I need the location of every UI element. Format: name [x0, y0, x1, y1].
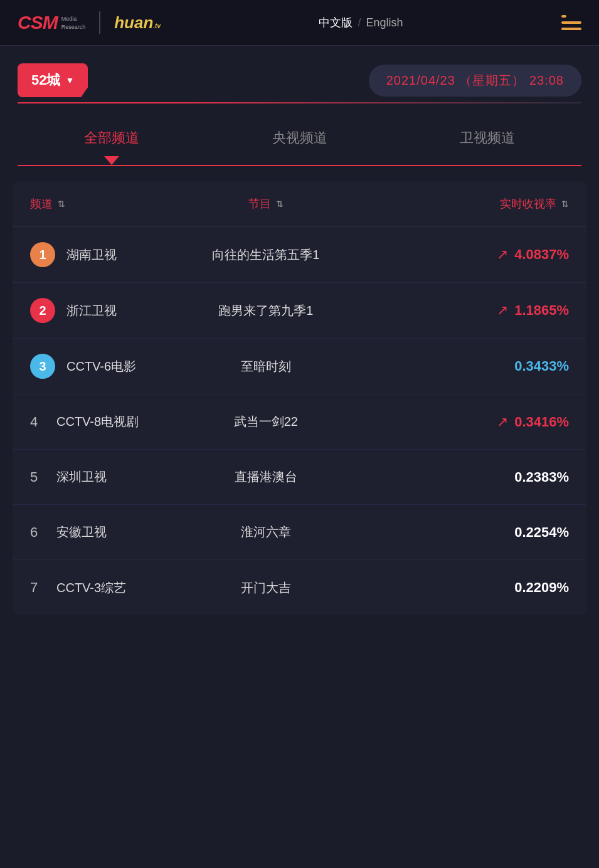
ratings-table: 频道 ⇅ 节目 ⇅ 实时收视率 ⇅ 1 湖南卫视 向往的生活第五季1 ↗ 4.0…: [13, 181, 586, 615]
menu-line-3: [561, 28, 581, 30]
channel-name-2: 浙江卫视: [66, 302, 117, 319]
lang-chinese[interactable]: 中文版: [319, 15, 353, 30]
rating-value-7: 0.2209%: [514, 580, 569, 596]
rank-cell-1: 1 湖南卫视: [30, 242, 165, 267]
rating-value-4: 0.3416%: [514, 414, 569, 430]
header-logos: CSM Media Research huan.tv: [18, 11, 161, 34]
language-switcher: 中文版 / English: [319, 15, 403, 30]
rating-cell-4: ↗ 0.3416%: [367, 414, 569, 430]
program-name-5: 直播港澳台: [165, 468, 367, 485]
table-row: 4 CCTV-8电视剧 武当一剑22 ↗ 0.3416%: [13, 394, 586, 450]
header-divider: [18, 102, 581, 103]
huan-logo: huan.tv: [114, 13, 161, 33]
rank-cell-7: 7 CCTV-3综艺: [30, 580, 165, 596]
menu-icon[interactable]: [561, 15, 581, 30]
trend-icon-4: ↗: [497, 414, 508, 430]
channel-name-6: 安徽卫视: [56, 524, 107, 541]
trend-icon-2: ↗: [497, 302, 508, 319]
rating-value-5: 0.2383%: [514, 469, 569, 485]
program-name-7: 开门大吉: [165, 580, 367, 596]
lang-english[interactable]: English: [366, 16, 403, 29]
program-name-4: 武当一剑22: [165, 413, 367, 430]
city-label: 52城: [31, 71, 60, 90]
program-name-2: 跑男来了第九季1: [165, 302, 367, 319]
col-program-sort-icon[interactable]: ⇅: [276, 199, 284, 209]
csm-text: CSM: [18, 12, 58, 33]
rank-badge-2: 2: [30, 298, 55, 323]
rank-cell-5: 5 深圳卫视: [30, 468, 165, 485]
col-program-label: 节目: [248, 196, 271, 211]
tab-cctv-channels[interactable]: 央视频道: [206, 116, 394, 160]
rank-num-5: 5: [30, 469, 45, 485]
csm-subtitle: Media Research: [61, 14, 86, 31]
rating-cell-6: 0.2254%: [367, 524, 569, 541]
logo-divider: [99, 11, 100, 34]
col-rating-label: 实时收视率: [500, 196, 556, 211]
rating-value-2: 1.1865%: [514, 302, 569, 319]
city-dropdown-arrow: ▼: [65, 75, 74, 85]
col-header-rating[interactable]: 实时收视率 ⇅: [367, 196, 569, 211]
col-header-program[interactable]: 节目 ⇅: [165, 196, 367, 211]
rating-cell-1: ↗ 4.0837%: [367, 246, 569, 263]
channel-name-5: 深圳卫视: [56, 468, 107, 485]
col-rating-sort-icon[interactable]: ⇅: [561, 199, 569, 209]
menu-line-1: [561, 15, 566, 18]
date-display: 2021/04/23 （星期五） 23:08: [369, 65, 581, 97]
table-row: 6 安徽卫视 淮河六章 0.2254%: [13, 505, 586, 560]
rating-value-1: 4.0837%: [514, 246, 569, 263]
rank-cell-3: 3 CCTV-6电影: [30, 354, 165, 379]
table-row: 1 湖南卫视 向往的生活第五季1 ↗ 4.0837%: [13, 227, 586, 283]
col-channel-label: 频道: [30, 196, 53, 211]
menu-line-2: [561, 21, 581, 24]
rating-cell-5: 0.2383%: [367, 469, 569, 485]
rank-badge-3: 3: [30, 354, 55, 379]
lang-divider-symbol: /: [358, 16, 361, 29]
rating-cell-2: ↗ 1.1865%: [367, 302, 569, 319]
city-selector-button[interactable]: 52城 ▼: [18, 63, 88, 97]
program-name-1: 向往的生活第五季1: [165, 246, 367, 263]
tab-satellite-channels[interactable]: 卫视频道: [393, 116, 581, 160]
program-name-6: 淮河六章: [165, 524, 367, 541]
rank-num-4: 4: [30, 414, 45, 430]
rank-cell-2: 2 浙江卫视: [30, 298, 165, 323]
table-row: 5 深圳卫视 直播港澳台 0.2383%: [13, 450, 586, 505]
col-channel-sort-icon[interactable]: ⇅: [58, 199, 65, 209]
channel-tabs: 全部频道 央视频道 卫视频道: [0, 116, 599, 160]
rating-value-3: 0.3433%: [514, 358, 569, 374]
channel-name-1: 湖南卫视: [66, 246, 117, 263]
channel-name-3: CCTV-6电影: [66, 358, 136, 375]
rank-cell-6: 6 安徽卫视: [30, 524, 165, 541]
table-row: 2 浙江卫视 跑男来了第九季1 ↗ 1.1865%: [13, 283, 586, 339]
table-row: 3 CCTV-6电影 至暗时刻 0.3433%: [13, 339, 586, 394]
csm-logo: CSM Media Research: [18, 12, 85, 33]
program-name-3: 至暗时刻: [165, 358, 367, 375]
col-header-channel[interactable]: 频道 ⇅: [30, 196, 165, 211]
rank-num-6: 6: [30, 524, 45, 541]
rating-cell-3: 0.3433%: [367, 358, 569, 374]
top-controls: 52城 ▼ 2021/04/23 （星期五） 23:08: [0, 46, 599, 97]
rank-badge-1: 1: [30, 242, 55, 267]
tabs-underline: [18, 165, 581, 166]
channel-name-4: CCTV-8电视剧: [56, 413, 139, 430]
table-header: 频道 ⇅ 节目 ⇅ 实时收视率 ⇅: [13, 181, 586, 227]
header: CSM Media Research huan.tv 中文版 / English: [0, 0, 599, 46]
trend-icon-1: ↗: [497, 246, 508, 263]
channel-name-7: CCTV-3综艺: [56, 580, 126, 596]
rating-value-6: 0.2254%: [514, 524, 569, 541]
table-row: 7 CCTV-3综艺 开门大吉 0.2209%: [13, 560, 586, 615]
rank-cell-4: 4 CCTV-8电视剧: [30, 413, 165, 430]
tab-all-channels[interactable]: 全部频道: [18, 116, 206, 160]
rank-num-7: 7: [30, 580, 45, 596]
rating-cell-7: 0.2209%: [367, 580, 569, 596]
